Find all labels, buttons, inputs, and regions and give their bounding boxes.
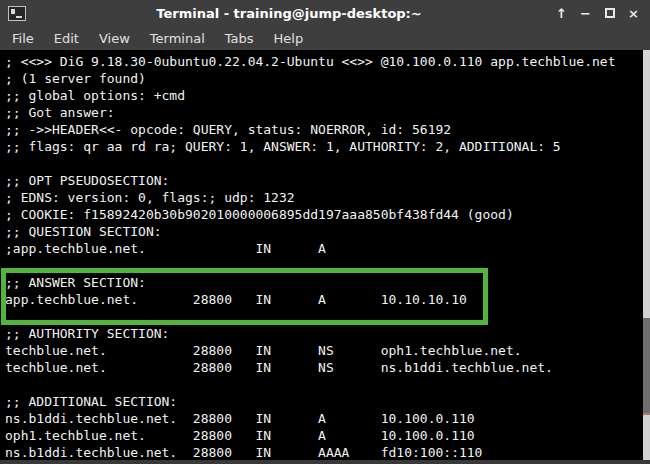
menu-help[interactable]: Help xyxy=(264,28,314,49)
close-button[interactable]: × xyxy=(624,3,643,23)
menubar: File Edit View Terminal Tabs Help xyxy=(0,26,650,50)
maximize-icon xyxy=(605,8,615,18)
terminal-icon-prompt xyxy=(11,9,15,14)
menu-view[interactable]: View xyxy=(89,28,140,49)
scrollbar-track[interactable] xyxy=(643,50,650,460)
maximize-button[interactable] xyxy=(600,3,619,23)
terminal-app-icon xyxy=(8,6,26,21)
menu-terminal[interactable]: Terminal xyxy=(140,28,215,49)
menu-tabs[interactable]: Tabs xyxy=(215,28,264,49)
minimize-button[interactable]: − xyxy=(576,3,595,23)
terminal-icon-cursor xyxy=(16,16,22,18)
scrollbar-mark xyxy=(643,413,650,415)
terminal-output: ; <<>> DiG 9.18.30-0ubuntu0.22.04.2-Ubun… xyxy=(0,50,650,460)
minimize-icon: − xyxy=(580,6,591,21)
window-bottom-border xyxy=(0,460,650,464)
close-icon: × xyxy=(628,6,639,21)
shade-button[interactable]: ↑ xyxy=(552,3,571,23)
menu-edit[interactable]: Edit xyxy=(44,28,89,49)
scrollbar-thumb[interactable] xyxy=(643,318,650,413)
shade-icon: ↑ xyxy=(556,6,567,21)
terminal-viewport[interactable]: ; <<>> DiG 9.18.30-0ubuntu0.22.04.2-Ubun… xyxy=(0,50,650,460)
titlebar[interactable]: Terminal - training@jump-desktop:~ ↑ − × xyxy=(0,0,650,26)
window-controls: ↑ − × xyxy=(552,3,650,23)
window-title: Terminal - training@jump-desktop:~ xyxy=(26,6,552,21)
menu-file[interactable]: File xyxy=(2,28,44,49)
